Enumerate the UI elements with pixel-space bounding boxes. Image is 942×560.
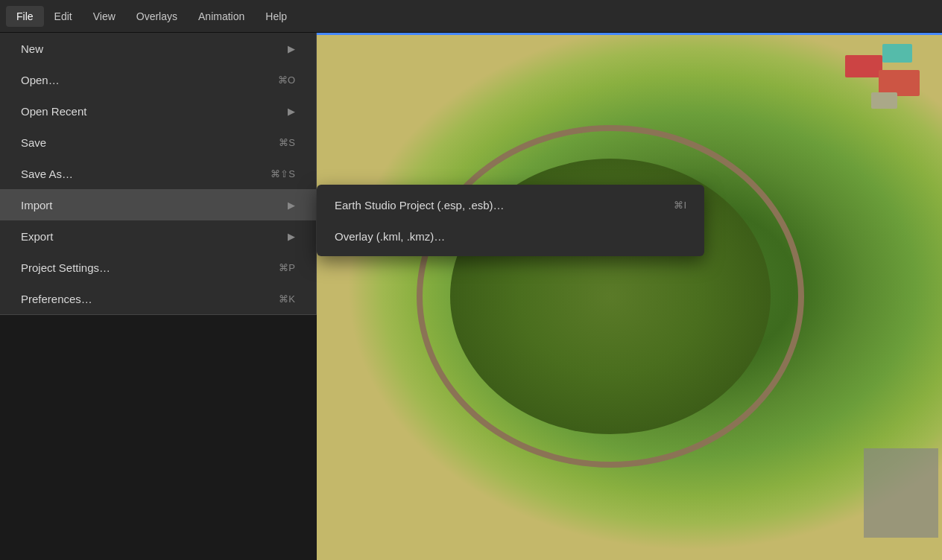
menu-item-new-submenu-icon: ▶ — [288, 43, 295, 54]
menu-edit[interactable]: Edit — [44, 6, 83, 27]
menu-item-save[interactable]: Save ⌘S — [0, 127, 316, 158]
menubar: File Edit View Overlays Animation Help — [0, 0, 942, 33]
menu-item-import-submenu-icon: ▶ — [288, 200, 295, 211]
menu-item-open-recent-label: Open Recent — [21, 105, 86, 118]
menu-file[interactable]: File — [6, 6, 44, 27]
menu-item-save-label: Save — [21, 136, 46, 149]
menu-item-open-shortcut: ⌘O — [278, 74, 295, 86]
menu-item-save-as-shortcut: ⌘⇧S — [271, 168, 295, 179]
menu-item-open[interactable]: Open… ⌘O — [0, 64, 316, 95]
menu-overlays[interactable]: Overlays — [126, 6, 188, 27]
menu-item-export[interactable]: Export ▶ — [0, 220, 316, 252]
menu-item-save-shortcut: ⌘S — [279, 137, 295, 148]
menu-item-export-submenu-icon: ▶ — [288, 231, 295, 242]
menu-help[interactable]: Help — [255, 6, 297, 27]
menu-item-open-recent-submenu-icon: ▶ — [288, 106, 295, 117]
menu-item-import-label: Import — [21, 199, 53, 211]
track-oval — [417, 125, 804, 468]
menu-item-preferences-label: Preferences… — [21, 293, 92, 305]
menu-item-project-settings-shortcut: ⌘P — [279, 262, 295, 273]
blue-accent-border — [317, 33, 942, 35]
menu-item-preferences[interactable]: Preferences… ⌘K — [0, 283, 316, 314]
submenu-item-overlay[interactable]: Overlay (.kml, .kmz)… — [317, 220, 704, 252]
menu-item-open-recent[interactable]: Open Recent ▶ — [0, 95, 316, 127]
menu-item-export-label: Export — [21, 230, 53, 243]
menu-item-save-as-label: Save As… — [21, 168, 73, 180]
submenu-item-earth-studio-project-shortcut: ⌘I — [674, 200, 686, 211]
menu-item-project-settings-label: Project Settings… — [21, 261, 110, 274]
menu-animation[interactable]: Animation — [188, 6, 255, 27]
file-dropdown-menu: New ▶ Open… ⌘O Open Recent ▶ Save ⌘S Sav… — [0, 33, 317, 315]
buildings-area — [793, 40, 927, 130]
submenu-item-overlay-label: Overlay (.kml, .kmz)… — [335, 230, 445, 243]
menu-item-new[interactable]: New ▶ — [0, 33, 316, 64]
menu-item-import[interactable]: Import ▶ — [0, 189, 316, 220]
building-1 — [845, 55, 882, 77]
menu-item-save-as[interactable]: Save As… ⌘⇧S — [0, 158, 316, 189]
aerial-background — [317, 33, 942, 560]
menu-item-new-label: New — [21, 42, 43, 55]
menu-item-project-settings[interactable]: Project Settings… ⌘P — [0, 252, 316, 283]
building-4 — [871, 92, 897, 109]
building-2 — [882, 44, 912, 63]
menu-item-open-label: Open… — [21, 74, 60, 86]
submenu-item-earth-studio-project-label: Earth Studio Project (.esp, .esb)… — [335, 199, 505, 211]
menu-view[interactable]: View — [83, 6, 126, 27]
import-submenu: Earth Studio Project (.esp, .esb)… ⌘I Ov… — [317, 185, 704, 256]
menu-item-preferences-shortcut: ⌘K — [279, 293, 295, 305]
parking-lot — [864, 448, 938, 538]
submenu-item-earth-studio-project[interactable]: Earth Studio Project (.esp, .esb)… ⌘I — [317, 189, 704, 220]
